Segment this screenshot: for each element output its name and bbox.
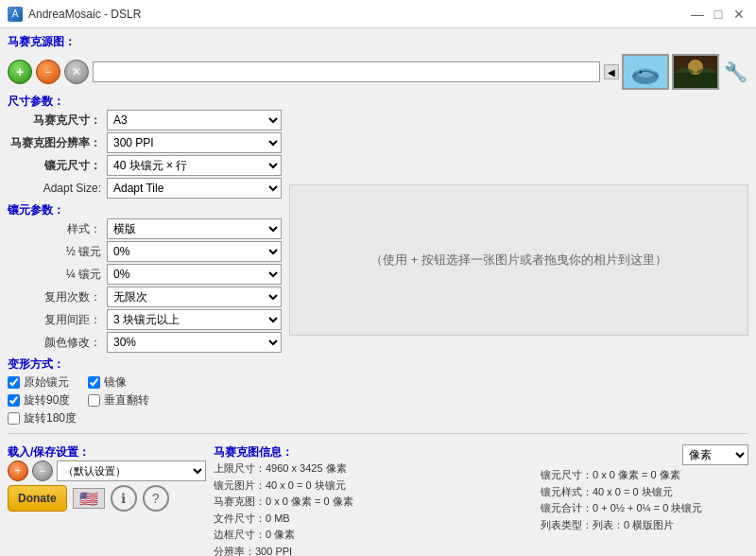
add-source-button[interactable]: + xyxy=(8,60,32,84)
window-controls: — □ ✕ xyxy=(688,5,748,24)
param-select-0[interactable]: A3 xyxy=(107,110,282,130)
right-info-line-3: 列表类型：列表：0 横版图片 xyxy=(541,517,748,534)
right-info-line-0: 镶元尺寸：0 x 0 像素 = 0 像素 xyxy=(541,467,748,484)
loadsave-row: + − （默认设置） xyxy=(8,460,206,481)
tile-row-4: 复用间距： 3 块镶元以上 xyxy=(8,309,282,330)
cancel-source-button[interactable]: ✕ xyxy=(64,60,89,84)
tile-select-1[interactable]: 0% xyxy=(107,241,282,262)
tile-select-3[interactable]: 无限次 xyxy=(107,287,282,307)
mosaic-source-label: 马赛克源图： xyxy=(8,35,76,48)
label-rotate90: 旋转90度 xyxy=(24,392,70,408)
left-column: 尺寸参数： 马赛克尺寸： A3 马赛克图分辨率： 300 PPI 镶元尺寸： xyxy=(8,94,282,426)
param-label-2: 镶元尺寸： xyxy=(8,158,107,174)
size-params-label: 尺寸参数： xyxy=(8,95,64,108)
thumbnail-2[interactable] xyxy=(672,54,719,90)
close-button[interactable]: ✕ xyxy=(730,5,748,24)
tile-label-0: 样式： xyxy=(8,221,107,237)
tile-row-1: ½ 镶元 0% xyxy=(8,241,282,262)
help-button[interactable]: ? xyxy=(143,485,169,512)
scroll-left-button[interactable]: ◀ xyxy=(604,64,619,79)
check-rotate180: 旋转180度 xyxy=(8,410,77,426)
tile-select-0[interactable]: 横版 xyxy=(107,218,282,239)
tile-label-1: ½ 镶元 xyxy=(8,244,107,260)
bottom-section: 载入/保存设置： + − （默认设置） Donate 🇺🇸 ℹ ? 马赛克图信息… xyxy=(8,444,748,556)
loadsave-column: 载入/保存设置： + − （默认设置） Donate 🇺🇸 ℹ ? xyxy=(8,444,206,556)
param-row-2: 镶元尺寸： 40 块镶元 × 行 xyxy=(8,155,282,176)
param-row-3: Adapt Size: Adapt Tile xyxy=(8,178,282,199)
param-label-1: 马赛克图分辨率： xyxy=(8,135,107,151)
check-rotate90: 旋转90度 xyxy=(8,392,77,408)
flag-button[interactable]: 🇺🇸 xyxy=(73,488,105,509)
info-line-2: 马赛克图：0 x 0 像素 = 0 像素 xyxy=(214,494,533,511)
tile-params-label: 镶元参数： xyxy=(8,203,64,217)
two-col-layout: 尺寸参数： 马赛克尺寸： A3 马赛克图分辨率： 300 PPI 镶元尺寸： xyxy=(8,94,748,426)
minimize-button[interactable]: — xyxy=(688,5,707,24)
checkbox-vflip[interactable] xyxy=(88,394,100,407)
loadsave-add-button[interactable]: + xyxy=(8,460,28,481)
param-select-3[interactable]: Adapt Tile xyxy=(107,178,282,199)
tile-label-2: ¼ 镶元 xyxy=(8,267,107,283)
svg-point-3 xyxy=(640,71,643,74)
mosaic-source-row: + − ✕ ◀ xyxy=(8,54,748,90)
wrench-icon: 🔧 xyxy=(722,59,748,85)
param-select-1[interactable]: 300 PPI xyxy=(107,132,282,153)
titlebar: A AndreaMosaic - DSLR — □ ✕ xyxy=(0,0,756,28)
mosaic-file-input[interactable] xyxy=(93,61,600,82)
svg-rect-5 xyxy=(674,73,717,88)
label-mirror: 镜像 xyxy=(104,374,127,391)
info-button[interactable]: ℹ xyxy=(111,485,137,512)
tile-params-section: 镶元参数： 样式： 横版 ½ 镶元 0% ¼ 镶元 0% xyxy=(8,202,282,353)
loadsave-remove-button[interactable]: − xyxy=(32,460,53,481)
tile-row-0: 样式： 横版 xyxy=(8,218,282,239)
window-title: AndreaMosaic - DSLR xyxy=(28,8,141,21)
tile-label-3: 复用次数： xyxy=(8,289,107,305)
divider-1 xyxy=(8,433,748,434)
donate-row: Donate 🇺🇸 ℹ ? xyxy=(8,485,206,512)
thumbnail-1[interactable] xyxy=(622,54,669,90)
mosaic-info-column: 马赛克图信息： 上限尺寸：4960 x 3425 像素 镶元图片：40 x 0 … xyxy=(214,444,533,556)
remove-source-button[interactable]: − xyxy=(36,60,60,84)
transform-col-2: 镜像 垂直翻转 xyxy=(88,374,149,426)
check-mirror: 镜像 xyxy=(88,374,149,391)
tile-row-3: 复用次数： 无限次 xyxy=(8,287,282,307)
tile-label-5: 颜色修改： xyxy=(8,335,107,351)
right-info-column: 像素 厘米 英寸 镶元尺寸：0 x 0 像素 = 0 像素 镶元样式：40 x … xyxy=(541,444,748,556)
right-column: （使用 + 按钮选择一张图片或者拖曳你的相片到这里） xyxy=(289,94,748,426)
placeholder-text: （使用 + 按钮选择一张图片或者拖曳你的相片到这里） xyxy=(370,252,667,269)
label-original-tile: 原始镶元 xyxy=(24,374,69,391)
info-line-1: 镶元图片：40 x 0 = 0 块镶元 xyxy=(214,478,533,495)
pixel-selector-row: 像素 厘米 英寸 xyxy=(541,444,748,465)
tile-select-4[interactable]: 3 块镶元以上 xyxy=(107,309,282,330)
param-label-0: 马赛克尺寸： xyxy=(8,113,107,129)
mosaic-info-label: 马赛克图信息： xyxy=(214,445,293,459)
donate-button[interactable]: Donate xyxy=(8,485,67,512)
param-row-1: 马赛克图分辨率： 300 PPI xyxy=(8,132,282,153)
checkbox-original-tile[interactable] xyxy=(8,376,20,389)
transform-col-1: 原始镶元 旋转90度 旋转180度 xyxy=(8,374,77,426)
checkbox-mirror[interactable] xyxy=(88,376,100,389)
transform-label: 变形方式： xyxy=(8,357,64,371)
pixel-unit-select[interactable]: 像素 厘米 英寸 xyxy=(682,444,748,465)
info-line-3: 文件尺寸：0 MB xyxy=(214,511,533,528)
checkbox-rotate90[interactable] xyxy=(8,394,20,407)
transform-section: 变形方式： 原始镶元 旋转90度 旋转180度 xyxy=(8,356,282,426)
check-original-tile: 原始镶元 xyxy=(8,374,77,391)
tile-select-2[interactable]: 0% xyxy=(107,264,282,285)
maximize-button[interactable]: □ xyxy=(709,5,728,24)
info-line-0: 上限尺寸：4960 x 3425 像素 xyxy=(214,460,533,478)
right-info-text: 镶元尺寸：0 x 0 像素 = 0 像素 镶元样式：40 x 0 = 0 块镶元… xyxy=(541,467,748,533)
param-select-2[interactable]: 40 块镶元 × 行 xyxy=(107,155,282,176)
label-vflip: 垂直翻转 xyxy=(104,392,149,408)
label-rotate180: 旋转180度 xyxy=(24,410,77,426)
loadsave-preset-select[interactable]: （默认设置） xyxy=(57,460,206,481)
tile-row-2: ¼ 镶元 0% xyxy=(8,264,282,285)
app-icon: A xyxy=(8,7,23,22)
main-content: 马赛克源图： + − ✕ ◀ xyxy=(0,28,756,556)
info-line-5: 分辨率：300 PPI xyxy=(214,544,533,556)
tile-label-4: 复用间距： xyxy=(8,312,107,328)
checkbox-rotate180[interactable] xyxy=(8,412,20,425)
transform-checkboxes: 原始镶元 旋转90度 旋转180度 xyxy=(8,374,282,426)
tile-select-5[interactable]: 30% xyxy=(107,332,282,353)
check-vflip: 垂直翻转 xyxy=(88,392,149,408)
loadsave-label: 载入/保存设置： xyxy=(8,445,90,459)
